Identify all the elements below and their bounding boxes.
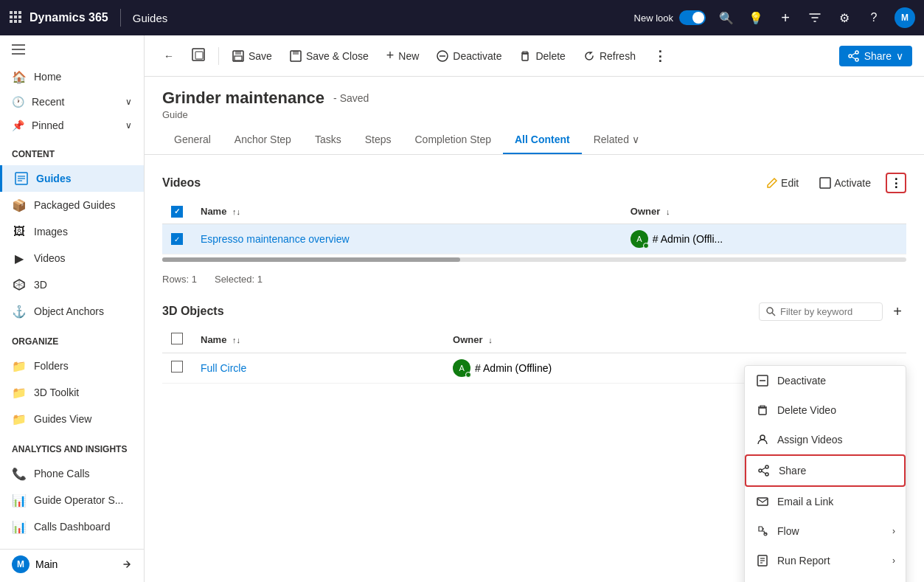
delete-button[interactable]: Delete xyxy=(512,46,572,66)
menu-item-deactivate[interactable]: Deactivate xyxy=(745,366,906,395)
back-icon: ← xyxy=(164,50,174,62)
sort-icon[interactable]: ↑↓ xyxy=(232,207,240,216)
add-3d-object-button[interactable]: + xyxy=(889,302,906,320)
save-icon xyxy=(232,50,244,62)
expand-icon xyxy=(122,559,132,569)
sidebar-item-images[interactable]: 🖼 Images xyxy=(0,218,144,245)
objects-owner-sort-icon[interactable]: ↓ xyxy=(488,336,493,344)
svg-rect-6 xyxy=(10,20,13,23)
scroll-thumb[interactable] xyxy=(162,257,460,262)
menu-item-run-report[interactable]: Run Report › xyxy=(745,546,906,575)
folder-icon: 📁 xyxy=(12,358,27,373)
object-row-checkbox[interactable] xyxy=(171,361,183,373)
more-toolbar-button[interactable]: ⋮ xyxy=(646,44,674,69)
tab-tasks[interactable]: Tasks xyxy=(303,126,353,154)
sidebar-item-object-anchors[interactable]: ⚓ Object Anchors xyxy=(0,298,144,325)
package-icon: 📦 xyxy=(12,198,27,212)
images-icon: 🖼 xyxy=(12,224,27,239)
tab-anchor-step[interactable]: Anchor Step xyxy=(223,126,303,154)
videos-section-header: Videos Edit Activate ⋮ xyxy=(162,173,906,193)
new-button[interactable]: + New xyxy=(379,44,427,68)
search-icon[interactable]: 🔍 xyxy=(718,9,735,27)
hamburger-menu[interactable] xyxy=(0,35,144,63)
user-avatar[interactable]: M xyxy=(895,7,915,28)
svg-rect-5 xyxy=(18,15,21,18)
sidebar-item-pinned[interactable]: 📌 Pinned ∨ xyxy=(0,114,144,137)
menu-item-assign-videos[interactable]: Assign Videos xyxy=(745,425,906,454)
objects-table-header: Name ↑↓ Owner ↓ xyxy=(162,327,906,353)
menu-item-flow[interactable]: Flow › xyxy=(745,516,906,546)
sidebar-item-calls-dashboard[interactable]: 📊 Calls Dashboard xyxy=(0,513,144,540)
deactivate-icon xyxy=(437,50,448,62)
chart-icon: 📊 xyxy=(12,493,27,507)
sidebar-item-packaged-guides[interactable]: 📦 Packaged Guides xyxy=(0,192,144,218)
select-all-checkbox[interactable]: ✓ xyxy=(171,206,183,218)
delete-video-icon xyxy=(755,403,770,418)
app-logo[interactable]: Dynamics 365 xyxy=(9,10,108,25)
lightbulb-icon[interactable]: 💡 xyxy=(747,9,765,27)
chevron-down-icon: ∨ xyxy=(125,120,132,131)
edit-button[interactable]: Edit xyxy=(760,174,805,192)
tab-general[interactable]: General xyxy=(162,126,223,154)
tab-completion-step[interactable]: Completion Step xyxy=(403,126,503,154)
expand-button[interactable] xyxy=(184,44,212,68)
svg-rect-0 xyxy=(10,11,13,14)
plus-icon: + xyxy=(386,48,395,63)
sidebar-item-videos[interactable]: ▶ Videos xyxy=(0,245,144,271)
svg-rect-3 xyxy=(10,15,13,18)
svg-point-44 xyxy=(759,469,762,472)
deactivate-button[interactable]: Deactivate xyxy=(429,46,509,66)
sidebar-item-phone-calls[interactable]: 📞 Phone Calls xyxy=(0,460,144,487)
add-icon[interactable]: + xyxy=(777,9,794,27)
grid-icon xyxy=(9,10,24,25)
menu-item-word-templates[interactable]: Word Templates › xyxy=(745,575,906,582)
sidebar-item-3d[interactable]: 3D xyxy=(0,271,144,298)
refresh-button[interactable]: Refresh xyxy=(576,46,643,66)
help-icon[interactable]: ? xyxy=(865,9,883,27)
sidebar-item-guide-operator[interactable]: 📊 Guide Operator S... xyxy=(0,487,144,513)
share-chevron-icon: ∨ xyxy=(896,50,903,62)
record-type: Guide xyxy=(162,109,906,120)
filter-icon[interactable] xyxy=(806,9,824,27)
svg-point-42 xyxy=(765,465,768,468)
owner-sort-icon[interactable]: ↓ xyxy=(666,207,670,216)
sidebar-item-guides-view[interactable]: 📁 Guides View xyxy=(0,406,144,432)
tab-steps[interactable]: Steps xyxy=(353,126,403,154)
toggle-switch[interactable] xyxy=(679,10,706,25)
sidebar-item-home[interactable]: 🏠 Home xyxy=(0,63,144,90)
back-button[interactable]: ← xyxy=(156,46,181,66)
objects-section-header: 3D Objects + xyxy=(162,302,906,321)
more-options-button[interactable]: ⋮ xyxy=(886,173,906,193)
chevron-down-icon: ∨ xyxy=(632,134,639,145)
save-button[interactable]: Save xyxy=(225,46,279,66)
menu-item-email-link[interactable]: Email a Link xyxy=(745,487,906,516)
sidebar-item-recent[interactable]: 🕐 Recent ∨ xyxy=(0,90,144,114)
tab-all-content[interactable]: All Content xyxy=(503,126,582,154)
videos-icon: ▶ xyxy=(12,251,27,266)
svg-point-32 xyxy=(849,55,852,58)
menu-item-delete-video[interactable]: Delete Video xyxy=(745,395,906,425)
filter-input[interactable] xyxy=(780,306,876,317)
record-tabs: General Anchor Step Tasks Steps Completi… xyxy=(145,126,924,155)
sidebar-item-guides[interactable]: Guides xyxy=(0,165,144,192)
context-menu: Deactivate Delete Video Assign Videos xyxy=(744,365,906,582)
objects-select-all[interactable] xyxy=(171,333,183,344)
assign-icon xyxy=(755,432,770,447)
menu-item-share[interactable]: Share xyxy=(745,454,906,487)
sidebar-item-folders[interactable]: 📁 Folders xyxy=(0,353,144,379)
sidebar-item-3d-toolkit[interactable]: 📁 3D Toolkit xyxy=(0,379,144,406)
row-checkbox[interactable]: ✓ xyxy=(171,233,183,245)
objects-title: 3D Objects xyxy=(162,305,224,318)
horizontal-scrollbar[interactable] xyxy=(162,257,906,262)
object-name-link[interactable]: Full Circle xyxy=(201,362,246,374)
owner-avatar: A xyxy=(631,230,648,248)
new-look-toggle[interactable]: New look xyxy=(634,10,706,25)
video-name-link[interactable]: Espresso maintenance overview xyxy=(201,233,350,245)
activate-button[interactable]: Activate xyxy=(813,174,877,192)
settings-icon[interactable]: ⚙ xyxy=(836,9,853,27)
flow-icon xyxy=(755,524,770,538)
tab-related[interactable]: Related ∨ xyxy=(582,126,651,154)
save-close-button[interactable]: Save & Close xyxy=(282,46,376,66)
objects-sort-icon[interactable]: ↑↓ xyxy=(232,336,240,344)
share-button[interactable]: Share ∨ xyxy=(839,46,912,66)
